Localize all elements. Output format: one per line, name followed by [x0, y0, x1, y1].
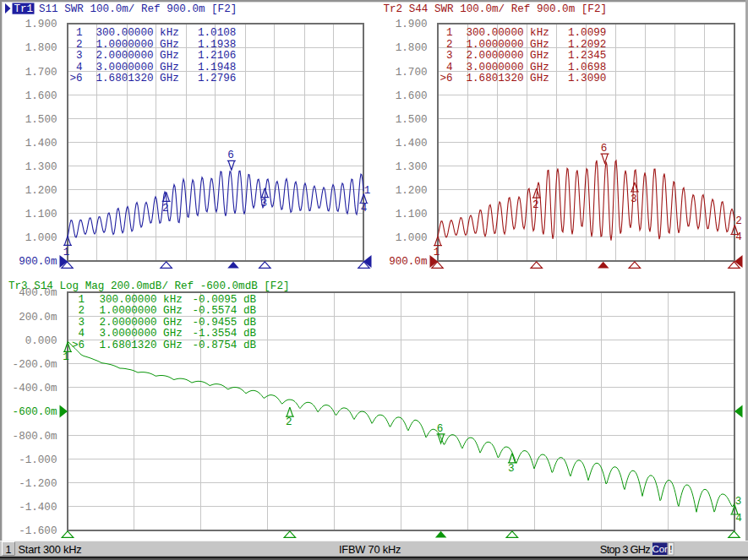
svg-text:6: 6: [227, 150, 234, 161]
svg-text:3: 3: [631, 193, 637, 205]
svg-text:6: 6: [437, 423, 444, 435]
svg-text:-800.0m: -800.0m: [13, 431, 57, 443]
svg-text:1.1948: 1.1948: [198, 62, 236, 73]
svg-text:2: 2: [446, 39, 453, 51]
svg-text:1.700: 1.700: [25, 67, 57, 79]
svg-text:1.000: 1.000: [396, 232, 428, 244]
svg-text:4: 4: [735, 231, 742, 243]
svg-text:-0.0095 dB: -0.0095 dB: [193, 294, 257, 306]
svg-text:1.200: 1.200: [25, 185, 57, 197]
svg-text:1: 1: [79, 294, 85, 306]
svg-text:3: 3: [76, 50, 83, 62]
svg-text:Start 300 kHz: Start 300 kHz: [19, 543, 82, 556]
svg-text:Stop 3 GHz: Stop 3 GHz: [600, 543, 650, 556]
svg-text:1: 1: [434, 247, 440, 258]
svg-text:3: 3: [261, 198, 268, 209]
svg-text:300.00000 kHz: 300.00000 kHz: [467, 27, 549, 39]
svg-text:3.0000000 GHz: 3.0000000 GHz: [100, 328, 183, 340]
svg-text:1.2092: 1.2092: [568, 39, 606, 51]
svg-text:-1.400: -1.400: [19, 502, 57, 514]
svg-text:Cor: Cor: [652, 544, 668, 554]
svg-text:1: 1: [63, 351, 69, 363]
svg-text:1.100: 1.100: [25, 209, 57, 220]
svg-text:1.200: 1.200: [396, 185, 428, 197]
svg-text:0.000: 0.000: [25, 335, 57, 347]
svg-text:Tr1: Tr1: [14, 3, 34, 15]
svg-text:4: 4: [735, 513, 742, 525]
svg-text:1.300: 1.300: [396, 161, 428, 173]
svg-text:2.0000000 GHz: 2.0000000 GHz: [100, 317, 183, 329]
svg-text:1.1938: 1.1938: [198, 39, 236, 51]
svg-text:1.600: 1.600: [396, 90, 428, 102]
svg-text:1.2345: 1.2345: [568, 50, 606, 62]
svg-text:1.2796: 1.2796: [198, 73, 236, 84]
svg-text:1.800: 1.800: [25, 42, 57, 54]
svg-text:-400.0m: -400.0m: [13, 383, 57, 394]
svg-text:1.6801320 GHz: 1.6801320 GHz: [467, 73, 549, 84]
svg-text:3.0000000 GHz: 3.0000000 GHz: [96, 62, 179, 73]
svg-text:1.3090: 1.3090: [568, 73, 606, 84]
svg-text:4: 4: [76, 62, 83, 73]
svg-text:1.500: 1.500: [25, 114, 57, 126]
svg-text:3: 3: [735, 496, 742, 508]
svg-text:1.600: 1.600: [25, 90, 57, 102]
svg-text:1.500: 1.500: [396, 114, 428, 126]
svg-text:3.0000000 GHz: 3.0000000 GHz: [467, 62, 549, 73]
svg-text:3: 3: [79, 317, 85, 329]
svg-text:>6: >6: [72, 340, 85, 351]
svg-text:3: 3: [446, 50, 453, 62]
svg-text:2: 2: [79, 305, 85, 317]
svg-text:4: 4: [361, 203, 368, 215]
svg-text:1: 1: [364, 185, 371, 197]
svg-text:1.2106: 1.2106: [198, 50, 236, 62]
svg-text:-200.0m: -200.0m: [13, 359, 57, 371]
svg-text:1.6801320 GHz: 1.6801320 GHz: [96, 73, 179, 84]
svg-text:-0.5574 dB: -0.5574 dB: [193, 305, 257, 317]
svg-text:1: 1: [6, 544, 12, 556]
svg-text:1.0000000 GHz: 1.0000000 GHz: [96, 39, 179, 51]
svg-text:1.0698: 1.0698: [568, 62, 606, 73]
svg-text:1.900: 1.900: [25, 19, 57, 30]
svg-text:2: 2: [286, 416, 292, 428]
svg-text:Tr3 S14 Log Mag 200.0mdB/ Ref: Tr3 S14 Log Mag 200.0mdB/ Ref -600.0mdB …: [8, 280, 290, 292]
svg-text:1: 1: [63, 247, 70, 258]
svg-text:2.0000000 GHz: 2.0000000 GHz: [467, 50, 549, 62]
svg-text:1.700: 1.700: [396, 67, 428, 79]
svg-text:-0.9455 dB: -0.9455 dB: [193, 317, 257, 329]
svg-text:-1.200: -1.200: [19, 478, 57, 490]
svg-text:1.0000000 GHz: 1.0000000 GHz: [467, 39, 549, 51]
svg-text:Tr2 S44 SWR 100.0m/ Ref 900.0m: Tr2 S44 SWR 100.0m/ Ref 900.0m [F2]: [384, 3, 608, 15]
svg-text:900.0m: 900.0m: [389, 256, 427, 268]
svg-text:IFBW 70 kHz: IFBW 70 kHz: [339, 543, 401, 556]
svg-text:1: 1: [76, 27, 83, 39]
svg-text:4: 4: [446, 62, 453, 73]
svg-text:1.000: 1.000: [25, 232, 57, 244]
svg-text:200.0m: 200.0m: [19, 312, 57, 323]
svg-text:4: 4: [79, 328, 85, 340]
svg-text:1.0108: 1.0108: [198, 27, 236, 39]
svg-text:1.100: 1.100: [396, 209, 428, 220]
svg-text:2: 2: [735, 215, 742, 227]
svg-text:1.0000000 GHz: 1.0000000 GHz: [100, 305, 183, 317]
svg-text:-1.600: -1.600: [19, 525, 57, 537]
svg-text:S11 SWR 100.0m/ Ref 900.0m [F2: S11 SWR 100.0m/ Ref 900.0m [F2]: [39, 3, 237, 15]
svg-text:2: 2: [76, 39, 83, 51]
svg-text:!: !: [669, 544, 672, 554]
svg-text:1.800: 1.800: [396, 42, 428, 54]
svg-text:1.900: 1.900: [396, 19, 428, 30]
svg-text:>6: >6: [69, 73, 82, 84]
svg-text:1.300: 1.300: [25, 161, 57, 173]
svg-text:-0.8754 dB: -0.8754 dB: [193, 340, 257, 351]
svg-text:1: 1: [446, 27, 453, 39]
svg-text:1.400: 1.400: [396, 138, 428, 150]
svg-text:>6: >6: [440, 73, 452, 84]
svg-text:-1.3554 dB: -1.3554 dB: [193, 328, 257, 340]
svg-text:-1.000: -1.000: [19, 454, 57, 466]
svg-text:300.00000 kHz: 300.00000 kHz: [96, 27, 179, 39]
svg-text:300.00000 kHz: 300.00000 kHz: [100, 294, 183, 306]
svg-text:2: 2: [162, 203, 169, 215]
svg-text:3: 3: [508, 463, 515, 475]
svg-text:2: 2: [532, 199, 539, 211]
svg-text:6: 6: [601, 143, 608, 155]
svg-text:1.400: 1.400: [25, 138, 57, 150]
